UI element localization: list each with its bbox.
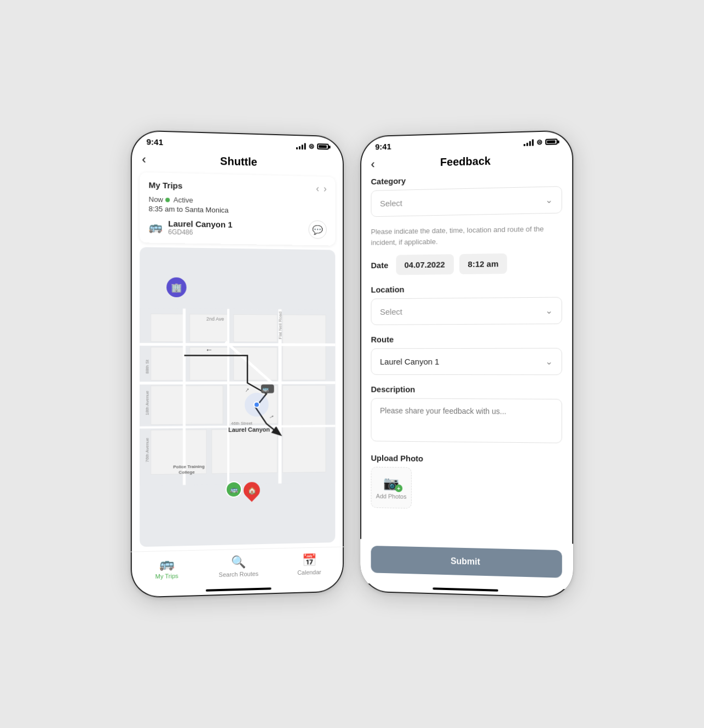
vehicle-row: 🚌 Laurel Canyon 1 6GD486 💬 xyxy=(149,217,327,239)
route-chevron-icon: ⌄ xyxy=(545,356,552,367)
location-section: Location Select ⌄ xyxy=(371,283,562,325)
active-indicator xyxy=(165,198,170,202)
map-view[interactable]: 2nd Ave 88th St 18th Avenue 76th Avenue … xyxy=(140,247,335,547)
location-select-text: Select xyxy=(380,307,402,316)
svg-rect-3 xyxy=(234,314,277,342)
search-routes-label: Search Routes xyxy=(219,570,259,578)
feedback-phone: 9:41 ⊜ ‹ Feedback Ca xyxy=(360,130,573,598)
svg-rect-8 xyxy=(151,386,223,425)
my-trips-label: My Trips xyxy=(155,573,178,580)
now-label: Now xyxy=(149,195,164,204)
vehicle-id: 6GD486 xyxy=(168,228,233,236)
vehicle-info: Laurel Canyon 1 6GD486 xyxy=(168,218,233,236)
feedback-form: Category Select ⌄ Please indicate the da… xyxy=(360,172,573,544)
nav-search-routes[interactable]: 🔍 Search Routes xyxy=(219,554,259,578)
status-time-right: 9:41 xyxy=(375,142,391,152)
trips-next-button[interactable]: › xyxy=(324,183,327,195)
search-routes-icon: 🔍 xyxy=(232,555,246,570)
svg-text:Police Training: Police Training xyxy=(173,464,204,470)
svg-rect-4 xyxy=(151,347,184,380)
svg-text:Laurel Canyon: Laurel Canyon xyxy=(228,426,270,434)
svg-text:🚌: 🚌 xyxy=(262,385,269,392)
wifi-icon-right: ⊜ xyxy=(536,138,543,146)
submit-bar: Submit xyxy=(360,539,573,590)
category-chevron-icon: ⌄ xyxy=(545,195,552,205)
status-icons-left: ⊜ xyxy=(296,142,329,151)
back-button-right[interactable]: ‹ xyxy=(371,157,375,171)
home-indicator-left xyxy=(206,587,272,591)
vehicle-name: Laurel Canyon 1 xyxy=(168,218,233,229)
svg-text:76th Avenue: 76th Avenue xyxy=(145,437,149,462)
trips-panel: My Trips ‹ › Now Active 8:35 am to Santa… xyxy=(140,172,335,246)
description-label: Description xyxy=(371,385,562,395)
trips-title: My Trips xyxy=(149,180,183,190)
location-label: Location xyxy=(371,283,562,294)
signal-icon-right xyxy=(524,139,534,146)
feedback-title: Feedback xyxy=(440,155,491,169)
back-button-left[interactable]: ‹ xyxy=(142,152,146,167)
date-section: Date 04.07.2022 8:12 am xyxy=(371,253,562,275)
battery-icon-left xyxy=(317,143,328,149)
comment-icon: 💬 xyxy=(312,224,323,235)
category-section: Category Select ⌄ xyxy=(371,172,562,217)
svg-rect-7 xyxy=(282,315,325,380)
add-photos-label: Add Photos xyxy=(376,493,407,500)
date-row: Date 04.07.2022 8:12 am xyxy=(371,253,562,275)
building-marker[interactable]: 🏢 xyxy=(166,278,186,298)
camera-icon-wrapper: 📷 + xyxy=(383,476,399,491)
svg-text:←: ← xyxy=(205,345,213,354)
nav-my-trips[interactable]: 🚌 My Trips xyxy=(147,556,186,580)
hint-text: Please indicate the date, time, location… xyxy=(371,223,562,248)
svg-point-33 xyxy=(254,402,259,407)
calendar-icon: 📅 xyxy=(302,553,316,568)
svg-line-14 xyxy=(140,383,335,383)
trips-header: My Trips ‹ › xyxy=(149,179,327,194)
shuttle-title: Shuttle xyxy=(220,155,257,169)
wifi-icon-left: ⊜ xyxy=(309,142,315,151)
svg-text:46th Street: 46th Street xyxy=(231,421,253,426)
home-marker[interactable]: 🏠 xyxy=(244,482,260,501)
time-picker[interactable]: 8:12 am xyxy=(459,253,507,274)
svg-text:College: College xyxy=(178,470,195,475)
svg-text:88th St: 88th St xyxy=(145,359,149,373)
date-label: Date xyxy=(371,261,389,270)
bus-icon: 🚌 xyxy=(149,220,163,234)
svg-rect-11 xyxy=(212,429,278,473)
nav-calendar[interactable]: 📅 Calendar xyxy=(291,553,328,576)
svg-text:2nd Ave: 2nd Ave xyxy=(206,316,224,322)
trips-navigation: ‹ › xyxy=(316,183,327,194)
bottom-navigation: 🚌 My Trips 🔍 Search Routes 📅 Calendar xyxy=(131,546,344,589)
svg-rect-12 xyxy=(282,385,325,472)
location-chevron-icon: ⌄ xyxy=(545,305,552,316)
svg-text:Flat Neil Road: Flat Neil Road xyxy=(278,311,283,339)
category-dropdown[interactable]: Select ⌄ xyxy=(371,186,562,217)
home-indicator-right xyxy=(432,587,498,591)
route-dropdown[interactable]: Laurel Canyon 1 ⌄ xyxy=(371,348,562,375)
comment-button[interactable]: 💬 xyxy=(309,220,327,239)
status-time-left: 9:41 xyxy=(146,137,163,147)
route-label: Route xyxy=(371,334,562,344)
location-dropdown[interactable]: Select ⌄ xyxy=(371,297,562,325)
description-input[interactable] xyxy=(371,398,562,443)
upload-section: Upload Photo 📷 + Add Photos xyxy=(371,453,562,511)
battery-icon-right xyxy=(545,138,557,145)
active-label: Active xyxy=(174,195,193,204)
shuttle-phone: 9:41 ⊜ ‹ Shuttle My Trips xyxy=(131,130,344,598)
svg-rect-1 xyxy=(151,314,184,342)
svg-line-13 xyxy=(140,344,335,345)
upload-label: Upload Photo xyxy=(371,453,562,465)
svg-rect-6 xyxy=(234,347,277,380)
signal-icon-left xyxy=(296,142,306,149)
date-picker[interactable]: 04.07.2022 xyxy=(396,254,454,275)
submit-button[interactable]: Submit xyxy=(371,546,562,578)
calendar-label: Calendar xyxy=(297,569,321,576)
route-section: Route Laurel Canyon 1 ⌄ xyxy=(371,334,562,375)
trips-prev-button[interactable]: ‹ xyxy=(316,183,319,194)
category-select-text: Select xyxy=(380,198,402,208)
scene: 9:41 ⊜ ‹ Shuttle My Trips xyxy=(110,111,594,617)
add-photos-button[interactable]: 📷 + Add Photos xyxy=(371,467,412,509)
svg-text:18th Avenue: 18th Avenue xyxy=(145,390,149,415)
route-selected-text: Laurel Canyon 1 xyxy=(380,357,439,366)
plus-badge-icon: + xyxy=(395,484,402,492)
my-trips-icon: 🚌 xyxy=(159,557,174,571)
